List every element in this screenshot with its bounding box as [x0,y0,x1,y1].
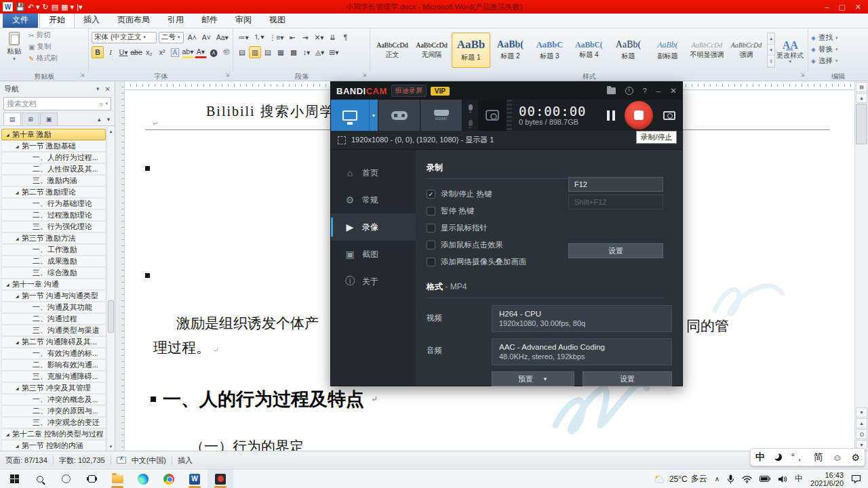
distribute-button[interactable]: ▩ [288,46,300,58]
browse-object-icon[interactable] [856,429,867,439]
grow-font-button[interactable]: A˄ [186,31,198,43]
ime-mode-chinese[interactable]: 中 [755,451,765,464]
shrink-font-button[interactable]: A˅ [200,31,212,43]
print-preview-icon[interactable]: ▤ [52,2,58,12]
game-recording-mode-button[interactable] [378,100,420,131]
bandicam-minimize-icon[interactable]: – [656,87,660,95]
nav-tree-item[interactable]: ◢ 二、人性假设及其... [1,163,106,175]
expand-triangle-icon[interactable]: ◢ [16,340,19,344]
capture-region-bar[interactable]: 1920x1080 - (0, 0), (1920, 1080) - 显示器 1 [331,131,682,150]
speaker-icon[interactable] [778,475,787,483]
start-button[interactable] [1,470,27,488]
bandicam-close-icon[interactable]: ✕ [670,86,677,96]
nav-scroll-down-icon[interactable]: ▼ [107,443,115,451]
format-painter-button[interactable]: ✎格式刷 [28,53,58,64]
nav-tree-item[interactable]: ◢ 一、冲突的概念及... [1,394,106,405]
show-cursor-checkbox[interactable] [427,224,435,232]
clock-widget[interactable]: 16:43 2021/6/20 [810,471,844,487]
record-stop-button[interactable] [621,100,656,131]
scroll-thumb[interactable] [856,104,867,144]
justify-button[interactable]: ▦ [275,46,287,58]
nav-scroll-thumb[interactable] [108,300,114,333]
nav-tree-item[interactable]: ◢ 二、沟通过程 [1,313,106,325]
ime-emoji-icon[interactable]: ☺ [832,452,842,463]
ime-indicator[interactable]: 中 [795,473,803,485]
audio-format-box[interactable]: AAC - Advanced Audio Coding 48.0KHz, ste… [492,338,672,365]
expand-triangle-icon[interactable]: ◢ [6,432,9,436]
bold-button[interactable]: B [92,46,104,58]
undo-icon[interactable]: ↶ ▾ [28,2,40,12]
nav-tree-item[interactable]: ◢ 第一节 控制的内涵 [1,440,106,451]
nav-tree-item[interactable]: ◢ 第十二章 控制的类型与过程 [1,428,106,440]
edit-command[interactable]: ◈选择▾ [811,55,865,66]
word-taskbar-button[interactable]: W [182,470,208,488]
redo-icon[interactable]: ↻ [43,2,49,12]
nav-tree-item[interactable]: ◢ 第三节 激励方法 [1,232,106,244]
word-app-icon[interactable]: W [3,2,13,12]
paragraph-dialog-launcher-icon[interactable]: ⇲ [362,72,367,78]
search-input[interactable]: 搜索文档 ⌕ ▾ [3,97,111,110]
shading-button[interactable]: ◬▾ [313,46,326,58]
nav-next-icon[interactable]: ▼ [106,117,111,123]
webcam-toggle[interactable] [478,100,507,131]
device-recording-mode-button[interactable]: HDMI [420,100,462,131]
style-item[interactable]: AaBb( 标题 [609,33,648,68]
font-name-combo[interactable]: 宋体 (中文正文▾ [92,32,157,43]
copy-button[interactable]: ▣复制 [28,41,58,52]
style-item[interactable]: AaBbCcDd 强调 [727,33,766,68]
mic-on-icon[interactable] [469,104,473,110]
nav-tree-item[interactable]: ◢ 一、行为基础理论 [1,198,106,209]
nav-tree-item[interactable]: ◢ 第一节 沟通与沟通类型 [1,290,106,302]
wifi-icon[interactable] [742,475,752,483]
action-center-icon[interactable] [851,474,861,483]
asian-layout-button[interactable]: ✕▾ [312,31,326,43]
ime-settings-icon[interactable]: ⚙ [852,452,861,463]
customize-qat-icon[interactable]: |▾ [77,2,82,12]
nav-tab-pages[interactable]: ⊞ [22,113,39,125]
close-button[interactable]: ✕ [855,3,861,12]
font-dialog-launcher-icon[interactable]: ⇲ [225,72,230,78]
sort-button[interactable]: ⇊ [327,31,339,43]
nav-tree-item[interactable]: ◢ 第十一章 沟通 [1,279,106,290]
nav-tree-item[interactable]: ◢ 一、有效沟通的标... [1,348,106,359]
nav-tree-item[interactable]: ◢ 第三节 冲突及其管理 [1,382,106,394]
highlight-button[interactable]: ab▾ [182,46,194,58]
nav-tree-item[interactable]: ◢ 二、影响有效沟通... [1,359,106,371]
ime-punctuation[interactable]: °， [791,451,804,464]
battery-icon[interactable] [760,476,770,482]
nav-tree-item[interactable]: ◢ 二、冲突的原因与... [1,405,106,417]
nav-tree-item[interactable]: ◢ 一、人的行为过程... [1,152,106,163]
nav-tree-item[interactable]: ◢ 三、激励内涵 [1,175,106,186]
expand-triangle-icon[interactable]: ◢ [16,293,19,298]
task-view-button[interactable] [79,470,104,488]
ime-simplified[interactable]: 简 [814,451,823,464]
save-icon[interactable]: 💾 [16,2,25,12]
nav-tree-item[interactable]: ◢ 二、过程激励理论 [1,209,106,221]
preset-button[interactable]: 预置▼ [492,371,574,386]
insert-mode-indicator[interactable]: 插入 [178,455,193,466]
file-explorer-button[interactable] [104,470,130,488]
nav-tab-results[interactable]: ▣ [40,113,58,125]
style-item[interactable]: AaBbCcDd 正文 [373,33,412,68]
decrease-indent-button[interactable]: ⇤ [286,31,298,43]
ribbon-tab[interactable]: 页面布局 [108,12,159,28]
nav-close-icon[interactable]: ✕ [105,85,111,93]
align-right-button[interactable]: ▤ [262,46,274,58]
font-color-button[interactable]: A▾ [195,46,207,58]
superscript-button[interactable]: x² [156,46,168,58]
nav-tree-item[interactable]: ◢ 三、沟通类型与渠道 [1,325,106,336]
nav-prev-icon[interactable]: ▲ [96,117,102,123]
bandicam-menu-item[interactable]: ⌂ 首页 [331,159,416,186]
nav-tree-item[interactable]: ◢ 三、克服沟通障碍... [1,371,106,382]
nav-tree-item[interactable]: ◢ 二、成果激励 [1,256,106,267]
gallery-down-icon[interactable]: ▼ [768,45,774,56]
expand-triangle-icon[interactable]: ◢ [16,236,19,241]
record-hotkey-checkbox[interactable] [427,190,435,199]
nav-tree-item[interactable]: ◢ 第二节 激励理论 [1,186,106,198]
microphone-toggle-column[interactable] [462,100,478,131]
scroll-up-icon[interactable]: ▲ [856,93,867,103]
webcam-settings-button[interactable]: 设置 [568,243,663,258]
help-icon[interactable]: ? [643,87,647,95]
bandicam-menu-item[interactable]: ⚙ 常规 [331,186,416,214]
subscript-button[interactable]: x₂ [143,46,155,58]
